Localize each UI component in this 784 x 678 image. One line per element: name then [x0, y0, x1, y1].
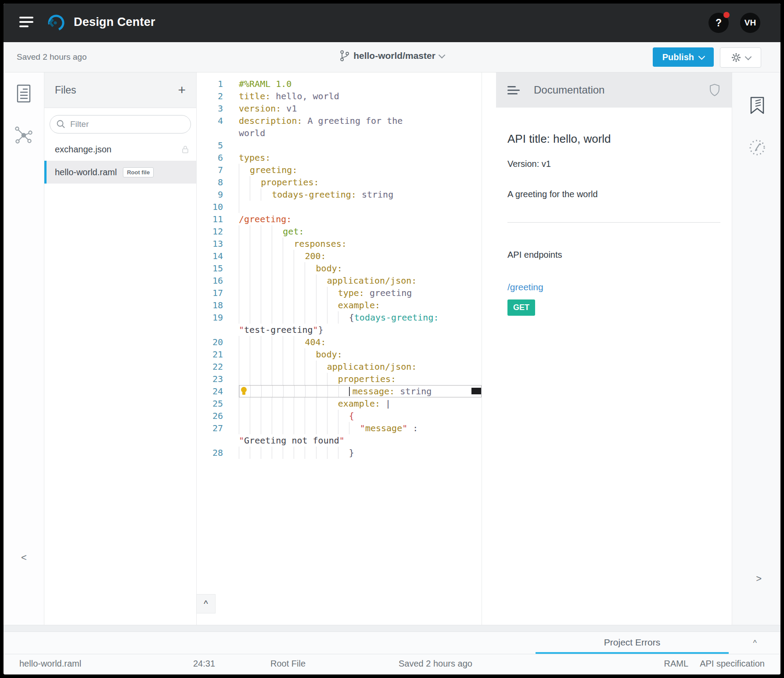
indent-guide [283, 250, 294, 262]
code-line[interactable]: 17type: greeting [197, 287, 482, 299]
shield-icon[interactable] [709, 83, 720, 97]
indent-guide [261, 361, 272, 373]
search-icon [56, 119, 66, 129]
code-line[interactable]: 22application/json: [197, 361, 482, 373]
project-errors-collapse-caret[interactable]: ^ [753, 632, 757, 654]
code-line[interactable]: "Greeting not found" [197, 434, 482, 447]
indent-guide [349, 422, 360, 434]
indent-guide [272, 348, 283, 361]
mulesoft-logo-icon[interactable] [47, 13, 66, 32]
code-line[interactable]: 20404: [197, 336, 482, 348]
code-token: : [407, 423, 418, 433]
code-line[interactable]: 19{todays-greeting: [197, 311, 482, 324]
indent-guide [261, 397, 272, 410]
code-line[interactable]: 12get: [197, 225, 482, 238]
indent-guide [261, 188, 272, 201]
code-line[interactable]: 10 [197, 201, 482, 213]
get-method-badge[interactable]: GET [507, 299, 535, 316]
code-line[interactable]: 14200: [197, 250, 482, 262]
endpoint-link[interactable]: /greeting [507, 282, 720, 292]
collapse-editor-bottom-button[interactable]: ^ [197, 594, 216, 613]
code-line[interactable]: 4description: A greeting for the [197, 115, 482, 127]
code-editor[interactable]: 1#%RAML 1.02title: hello, world3version:… [197, 72, 482, 625]
indent-guide [294, 299, 305, 311]
project-errors-tab[interactable]: Project Errors [536, 632, 729, 654]
code-line[interactable]: 23properties: [197, 373, 482, 385]
hint-lightbulb-icon[interactable] [241, 387, 247, 393]
code-line[interactable]: 8properties: [197, 176, 482, 188]
indent-guide [338, 311, 349, 324]
code-line[interactable]: 6types: [197, 151, 482, 164]
code-line[interactable]: 7greeting: [197, 164, 482, 176]
code-line[interactable]: 9todays-greeting: string [197, 188, 482, 201]
indent-guide [305, 299, 316, 311]
flow-visualization-icon[interactable] [14, 125, 34, 145]
add-file-button[interactable]: + [178, 83, 186, 97]
code-token: " [339, 435, 345, 446]
indent-guide [272, 373, 283, 385]
code-line[interactable]: 27"message" : [197, 422, 482, 434]
indent-guide [250, 287, 261, 299]
mocking-service-gear-icon[interactable] [747, 137, 767, 158]
indent-guide [294, 386, 305, 397]
expand-right-panel-button[interactable]: > [756, 573, 762, 584]
line-number: 9 [197, 188, 223, 201]
code-line[interactable]: 5 [197, 139, 482, 151]
code-line[interactable]: 25example: | [197, 397, 482, 410]
indent-guide [239, 176, 250, 188]
documentation-bookmark-icon[interactable] [748, 95, 766, 115]
indent-guide [261, 225, 272, 238]
code-line[interactable]: 16application/json: [197, 274, 482, 287]
help-button[interactable]: ? [708, 13, 729, 33]
code-token: 404: [305, 337, 326, 347]
code-line[interactable]: 18example: [197, 299, 482, 311]
indent-guide [272, 299, 283, 311]
code-line[interactable]: 15body: [197, 262, 482, 274]
line-number: 19 [197, 311, 223, 324]
api-endpoints-heading: API endpoints [507, 250, 720, 260]
indent-guide [316, 373, 327, 385]
code-line[interactable]: 2title: hello, world [197, 90, 482, 102]
code-token: message: [352, 386, 395, 397]
status-filename: hello-world.raml [19, 659, 81, 669]
code-line[interactable]: 11/greeting: [197, 213, 482, 225]
code-line-content [239, 139, 482, 151]
code-line[interactable]: "test-greeting"} [197, 324, 482, 336]
indent-guide [261, 274, 272, 287]
code-line-content: /greeting: [239, 213, 482, 225]
code-token: properties: [338, 374, 396, 384]
hamburger-menu-icon[interactable] [19, 17, 34, 28]
file-item[interactable]: hello-world.ramlRoot file [44, 161, 196, 184]
code-line[interactable]: 26{ [197, 410, 482, 422]
line-number: 22 [197, 361, 223, 373]
indent-guide [239, 447, 250, 459]
avatar[interactable]: VH [740, 13, 760, 33]
code-token: todays-greeting: [272, 189, 356, 200]
code-line-content: message: string [239, 385, 482, 397]
status-bar: hello-world.raml 24:31 Root File Saved 2… [4, 654, 780, 674]
file-item[interactable]: exchange.json [44, 138, 196, 161]
project-settings-button[interactable] [720, 47, 761, 68]
publish-button[interactable]: Publish [653, 47, 714, 67]
branch-selector[interactable]: hello-world/master [340, 50, 444, 61]
code-line-content: properties: [239, 176, 482, 188]
collapse-left-panel-button[interactable]: < [21, 552, 27, 563]
line-number: 12 [197, 225, 223, 238]
code-line[interactable]: 21body: [197, 348, 482, 361]
spec-file-icon[interactable] [15, 84, 32, 103]
indent-guide [239, 287, 250, 299]
doc-outline-icon[interactable] [507, 84, 521, 97]
indent-guide [272, 262, 283, 274]
filter-input[interactable] [50, 115, 191, 133]
code-line[interactable]: 28} [197, 447, 482, 459]
code-line[interactable]: 24message: string [197, 385, 482, 397]
filter-wrap [50, 115, 191, 133]
code-line[interactable]: world [197, 127, 482, 139]
code-line[interactable]: 3version: v1 [197, 102, 482, 115]
code-line[interactable]: 13responses: [197, 238, 482, 250]
code-token: types: [239, 152, 270, 163]
indent-guide [305, 386, 316, 397]
code-line[interactable]: 1#%RAML 1.0 [197, 78, 482, 90]
indent-guide [272, 422, 283, 434]
indent-guide [305, 287, 316, 299]
